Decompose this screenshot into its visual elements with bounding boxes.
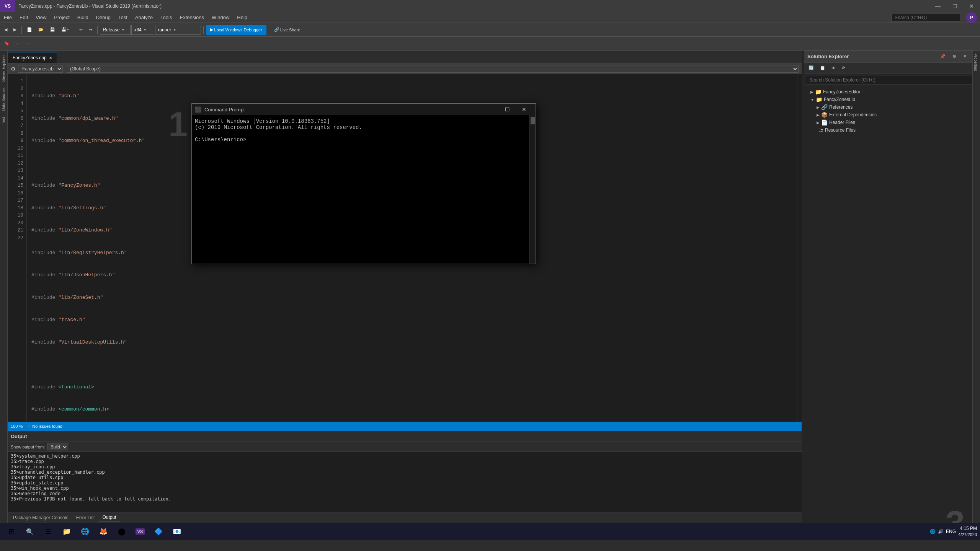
navigate-back-button[interactable]: ←	[13, 39, 23, 49]
search-button[interactable]: 🔍	[21, 524, 38, 539]
save-all-button[interactable]: 💾+	[59, 25, 72, 35]
line-num-5: 5	[8, 107, 23, 115]
new-file-button[interactable]: 📄	[24, 25, 35, 35]
menu-extensions[interactable]: Extensions	[176, 13, 208, 22]
vs-container: VS FancyZones.cpp - FancyZonesLib - Visu…	[0, 0, 980, 551]
minimize-button[interactable]: —	[929, 0, 946, 12]
tab-output[interactable]: Output	[98, 513, 120, 522]
tab-error-list[interactable]: Error List	[72, 514, 99, 522]
chrome-button[interactable]: ⬤	[113, 524, 130, 539]
solution-explorer-pin-button[interactable]: 📌	[938, 52, 948, 62]
solution-explorer-toolbar: 🔄 📋 👁 ⟳	[804, 63, 972, 73]
line-num-6: 6	[8, 115, 23, 122]
output-line-2: 35>trace.cpp	[11, 459, 799, 464]
cmd-window: ⬛ Command Prompt — ☐ ✕ Microsoft Windows…	[191, 103, 536, 264]
task-view-button[interactable]: ☰	[40, 524, 57, 539]
ext-dep-arrow-icon: ▶	[817, 113, 820, 117]
tree-external-dependencies[interactable]: ▶ 📦 External Dependencies	[804, 111, 972, 119]
menu-analyze[interactable]: Analyze	[131, 13, 157, 22]
project-icon: ⚙	[11, 66, 16, 72]
line-num-8: 8	[8, 130, 23, 137]
open-file-button[interactable]: 📂	[36, 25, 46, 35]
config-arrow-icon: ▼	[121, 28, 125, 32]
output-line-4: 35>unhandled_exception_handler.cpp	[11, 469, 799, 475]
cmd-scrollbar[interactable]	[529, 115, 536, 264]
code-line-15: #include <common/common.h>	[31, 406, 797, 413]
windows-icon: ⊞	[8, 527, 15, 536]
line-num-3: 3	[8, 92, 23, 100]
left-sidebar: Server Explorer Data Sources Test	[0, 51, 8, 523]
configuration-dropdown[interactable]: Release ▼	[100, 25, 131, 35]
outlook-button[interactable]: 📧	[168, 524, 185, 539]
solution-search-input[interactable]	[806, 75, 974, 85]
project-arrow-icon: ▼	[173, 28, 176, 32]
cmd-maximize-button[interactable]: ☐	[499, 104, 516, 115]
tab-close-icon[interactable]: ✕	[49, 56, 52, 60]
close-button[interactable]: ✕	[963, 0, 980, 12]
tree-fancyzones-editor[interactable]: ▶ 📁 FancyZonesEditor	[804, 88, 972, 96]
lib-arrow-icon: ▼	[810, 98, 814, 102]
line-num-9: 9	[8, 137, 23, 145]
save-button[interactable]: 💾	[47, 25, 58, 35]
solution-explorer-close-button[interactable]: ✕	[960, 52, 969, 62]
output-source-dropdown[interactable]: Build	[47, 443, 68, 450]
solution-explorer-settings-button[interactable]: ⚙	[950, 52, 959, 62]
start-debug-button[interactable]: ▶ Local Windows Debugger	[206, 25, 266, 35]
menu-build[interactable]: Build	[74, 13, 92, 22]
cmd-minimize-button[interactable]: —	[482, 104, 499, 115]
test-tab[interactable]: Test	[1, 114, 7, 127]
bookmark-button[interactable]: 🔖	[2, 39, 12, 49]
menu-tools[interactable]: Tools	[157, 13, 176, 22]
navigate-forward-button[interactable]: →	[23, 39, 33, 49]
menu-view[interactable]: View	[32, 13, 50, 22]
line-num-20: 20	[8, 219, 23, 227]
start-button[interactable]: ⊞	[3, 524, 20, 539]
cmd-close-button[interactable]: ✕	[516, 104, 532, 115]
menu-file[interactable]: File	[0, 13, 16, 22]
editor-vscrollbar[interactable]	[797, 74, 802, 422]
tree-references[interactable]: ▶ 🔗 References	[804, 103, 972, 111]
project-selector[interactable]: FancyZonesLib	[18, 65, 63, 73]
sol-sync-button[interactable]: 🔄	[806, 63, 817, 73]
redo-button[interactable]: ↪	[86, 25, 95, 35]
project-dropdown[interactable]: runner ▼	[155, 25, 201, 35]
tree-label-references: References	[829, 104, 853, 110]
server-explorer-tab[interactable]: Server Explorer	[1, 52, 7, 85]
scope-selector[interactable]: (Global Scope)	[66, 65, 799, 73]
tree-fancyzones-lib[interactable]: ▼ 📁 FancyZonesLib	[804, 96, 972, 103]
tree-header-files[interactable]: ▶ 📄 Header Files	[804, 119, 972, 126]
menu-test[interactable]: Test	[114, 13, 131, 22]
menu-edit[interactable]: Edit	[16, 13, 32, 22]
menu-help[interactable]: Help	[233, 13, 251, 22]
back-button[interactable]: ◀	[2, 25, 10, 35]
line-num-1: 1	[8, 77, 23, 85]
scrollbar-thumb	[531, 117, 535, 124]
tab-package-manager[interactable]: Package Manager Console	[9, 514, 72, 522]
tree-resource-files[interactable]: 🗂 Resource Files	[804, 126, 972, 134]
file-explorer-button[interactable]: 📁	[58, 524, 75, 539]
live-share-button[interactable]: 🔗 Live Share	[271, 25, 303, 35]
properties-tab[interactable]: Properties	[973, 51, 978, 74]
firefox-button[interactable]: 🦊	[95, 524, 112, 539]
menu-debug[interactable]: Debug	[92, 13, 114, 22]
platform-dropdown[interactable]: x64 ▼	[131, 25, 154, 35]
vscode-icon: 🔷	[154, 527, 163, 536]
sol-properties-button[interactable]: 📋	[817, 63, 828, 73]
menu-window[interactable]: Window	[208, 13, 233, 22]
maximize-button[interactable]: ☐	[946, 0, 963, 12]
vs-taskbar-button[interactable]: VS	[132, 524, 149, 539]
undo-button[interactable]: ↩	[77, 25, 85, 35]
data-sources-tab[interactable]: Data Sources	[1, 85, 7, 114]
chrome-icon: ⬤	[118, 527, 126, 536]
edge-button[interactable]: 🌐	[77, 524, 93, 539]
output-line-7: 35>win_hook_event.cpp	[11, 486, 799, 491]
sol-refresh-button[interactable]: ⟳	[839, 63, 848, 73]
search-input[interactable]	[891, 14, 960, 21]
forward-button[interactable]: ▶	[11, 25, 19, 35]
cmd-window-controls: — ☐ ✕	[482, 104, 532, 115]
vscode-button[interactable]: 🔷	[150, 524, 167, 539]
sol-show-all-button[interactable]: 👁	[829, 63, 838, 73]
tab-fancyzones-cpp[interactable]: FancyZones.cpp ✕	[8, 52, 57, 63]
cmd-content[interactable]: Microsoft Windows [Version 10.0.18363.75…	[192, 115, 529, 264]
menu-project[interactable]: Project	[50, 13, 73, 22]
